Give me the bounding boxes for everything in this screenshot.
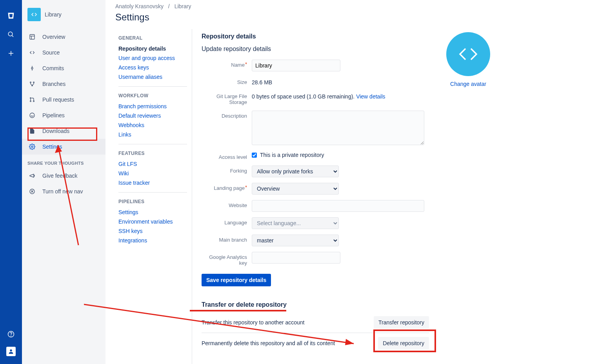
settings-nav-pipelines-settings[interactable]: Settings — [118, 207, 187, 217]
sidebar-item-source[interactable]: Source — [22, 45, 105, 60]
settings-nav-access-keys[interactable]: Access keys — [118, 63, 187, 72]
breadcrumb: Anatoly Krasnovsky / Library — [106, 0, 609, 9]
label-name: Name — [202, 60, 252, 68]
sidebar-item-label: Branches — [42, 81, 65, 87]
settings-nav-heading-pipelines: PIPELINES — [118, 199, 187, 204]
main-branch-select[interactable]: master — [252, 235, 339, 246]
save-button[interactable]: Save repository details — [202, 274, 271, 286]
help-icon[interactable] — [5, 328, 17, 340]
svg-point-16 — [30, 98, 31, 99]
label-lfs: Git Large File Storage — [202, 91, 252, 105]
settings-nav-default-reviewers[interactable]: Default reviewers — [118, 111, 187, 120]
settings-nav-links[interactable]: Links — [118, 130, 187, 139]
description-textarea[interactable] — [252, 111, 424, 145]
sidebar-item-label: Source — [42, 49, 60, 56]
svg-point-14 — [33, 82, 35, 83]
sidebar-item-label: Pipelines — [42, 112, 65, 118]
sidebar-item-label: Commits — [42, 65, 64, 71]
lfs-view-details-link[interactable]: View details — [356, 93, 385, 100]
settings-nav: GENERAL Repository details User and grou… — [106, 29, 192, 364]
breadcrumb-repo[interactable]: Library — [175, 3, 191, 9]
breadcrumb-owner[interactable]: Anatoly Krasnovsky — [115, 3, 164, 9]
sidebar-item-pullrequests[interactable]: Pull requests — [22, 92, 105, 107]
label-size: Size — [202, 77, 252, 85]
svg-rect-7 — [30, 35, 35, 39]
label-landing-page: Landing page — [202, 183, 252, 191]
sidebar-item-feedback[interactable]: Give feedback — [22, 168, 105, 184]
breadcrumb-separator: / — [168, 3, 170, 9]
global-nav-rail — [0, 0, 22, 364]
label-website: Website — [202, 200, 252, 208]
sidebar-item-label: Pull requests — [42, 96, 74, 103]
settings-nav-issue-tracker[interactable]: Issue tracker — [118, 178, 187, 187]
overview-icon — [27, 32, 37, 42]
settings-nav-env-vars[interactable]: Environment variables — [118, 217, 187, 226]
search-icon[interactable] — [5, 28, 17, 41]
label-language: Language — [202, 217, 252, 226]
landing-page-select[interactable]: Overview — [252, 183, 339, 195]
forking-select[interactable]: Allow only private forks — [252, 166, 339, 177]
settings-nav-branch-permissions[interactable]: Branch permissions — [118, 102, 187, 111]
private-checkbox-label: This is a private repository — [260, 152, 324, 158]
settings-icon — [27, 142, 37, 151]
settings-nav-username-aliases[interactable]: Username aliases — [118, 72, 187, 82]
settings-nav-user-access[interactable]: User and group access — [118, 53, 187, 63]
megaphone-icon — [27, 171, 37, 180]
sidebar-item-settings[interactable]: Settings — [22, 139, 105, 155]
language-select[interactable]: Select language... — [252, 217, 339, 229]
settings-nav-webhooks[interactable]: Webhooks — [118, 120, 187, 130]
sidebar-item-branches[interactable]: Branches — [22, 76, 105, 92]
profile-avatar-icon[interactable] — [6, 347, 16, 356]
label-forking: Forking — [202, 166, 252, 174]
change-avatar-link[interactable]: Change avatar — [450, 81, 486, 87]
settings-nav-repo-details[interactable]: Repository details — [118, 44, 187, 53]
sidebar-item-overview[interactable]: Overview — [22, 29, 105, 45]
ga-key-input[interactable] — [252, 252, 340, 264]
sidebar-item-turnoff[interactable]: Turn off new nav — [22, 184, 105, 199]
commits-icon — [27, 64, 37, 73]
svg-point-13 — [30, 82, 31, 83]
branches-icon — [27, 79, 37, 89]
cross-circle-icon — [27, 187, 37, 196]
settings-nav-heading-general: GENERAL — [118, 35, 187, 41]
settings-nav-git-lfs[interactable]: Git LFS — [118, 159, 187, 169]
website-input[interactable] — [252, 200, 424, 212]
settings-nav-heading-features: FEATURES — [118, 151, 187, 156]
settings-nav-wiki[interactable]: Wiki — [118, 169, 187, 178]
transfer-button[interactable]: Transfer repository — [374, 316, 429, 329]
avatar-column: Change avatar — [429, 29, 507, 353]
repo-avatar-icon — [27, 8, 41, 21]
settings-nav-integrations[interactable]: Integrations — [118, 236, 187, 245]
svg-point-18 — [33, 101, 35, 102]
label-ga-key: Google Analytics key — [202, 252, 252, 266]
svg-point-5 — [11, 336, 11, 336]
svg-point-17 — [30, 101, 31, 102]
sidebar-section-label: SHARE YOUR THOUGHTS — [22, 155, 105, 168]
annotation-red-underline — [190, 310, 286, 311]
svg-point-6 — [10, 349, 12, 351]
svg-line-1 — [12, 35, 13, 37]
sidebar-item-pipelines[interactable]: Pipelines — [22, 107, 105, 123]
sidebar-title: Library — [45, 11, 62, 18]
private-checkbox[interactable] — [252, 153, 257, 158]
sidebar-item-commits[interactable]: Commits — [22, 60, 105, 76]
sidebar-item-label: Turn off new nav — [42, 188, 83, 195]
update-details-heading: Update repository details — [202, 46, 429, 53]
pullrequests-icon — [27, 95, 37, 104]
size-value: 28.6 MB — [252, 77, 429, 86]
pipelines-icon — [27, 111, 37, 120]
repo-details-heading: Repository details — [202, 33, 429, 40]
repo-sidebar: Library Overview Source Commits Branches… — [22, 0, 106, 364]
page-title: Settings — [106, 9, 609, 29]
settings-nav-ssh-keys[interactable]: SSH keys — [118, 226, 187, 236]
name-input[interactable] — [252, 60, 340, 71]
bitbucket-logo-icon[interactable] — [5, 9, 17, 22]
transfer-delete-heading: Transfer or delete repository — [202, 301, 429, 308]
svg-point-10 — [31, 67, 33, 69]
source-icon — [27, 48, 37, 57]
label-access-level: Access level — [202, 152, 252, 160]
plus-icon[interactable] — [5, 47, 17, 60]
lfs-value: 0 bytes of space used (1.0 GB remaining)… — [252, 91, 429, 100]
repo-avatar-large-icon — [446, 32, 490, 76]
label-description: Description — [202, 111, 252, 119]
